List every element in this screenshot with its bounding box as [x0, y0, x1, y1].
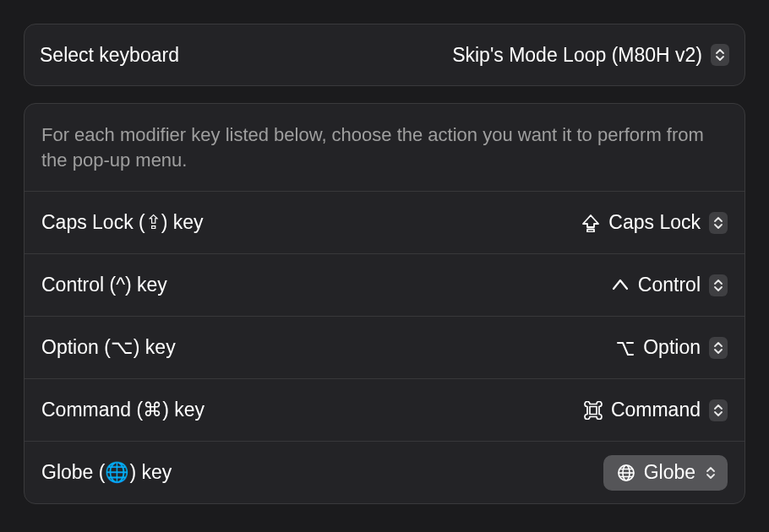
up-down-chevron-icon[interactable] — [709, 337, 728, 359]
modifier-row-control[interactable]: Control (^) keyControl — [25, 253, 744, 316]
modifier-row-globe[interactable]: Globe (🌐) keyGlobe — [25, 441, 744, 503]
modifier-row-option[interactable]: Option (⌥) keyOption — [25, 316, 744, 378]
up-down-chevron-icon[interactable] — [709, 274, 728, 296]
capslock-icon — [581, 214, 600, 232]
modifier-row-selected-pill[interactable]: Globe — [603, 455, 728, 491]
globe-icon — [617, 464, 635, 482]
up-down-chevron-icon[interactable] — [709, 212, 728, 234]
up-down-chevron-icon[interactable] — [704, 465, 717, 480]
modifier-row-label: Control (^) key — [41, 274, 167, 296]
up-down-chevron-icon[interactable] — [709, 399, 728, 421]
modifier-row-value: Control — [638, 274, 701, 296]
modifier-row-command[interactable]: Command (⌘) keyCommand — [25, 378, 744, 441]
control-icon — [611, 276, 630, 295]
select-keyboard-value: Skip's Mode Loop (M80H v2) — [452, 44, 702, 67]
modifier-row-value-group[interactable]: Command — [584, 399, 728, 421]
modifier-row-label: Command (⌘) key — [41, 399, 205, 421]
modifier-row-value: Command — [611, 399, 701, 421]
modifier-row-value: Caps Lock — [608, 211, 701, 234]
modifier-keys-card: For each modifier key listed below, choo… — [24, 103, 745, 504]
modifier-row-value-group[interactable]: Caps Lock — [581, 211, 728, 234]
modifier-row-label: Option (⌥) key — [41, 336, 176, 359]
modifier-row-label: Globe (🌐) key — [41, 461, 172, 484]
option-icon — [616, 339, 635, 357]
select-keyboard-row[interactable]: Select keyboard Skip's Mode Loop (M80H v… — [24, 24, 745, 86]
modifier-row-value-group[interactable]: Globe — [603, 455, 728, 491]
modifier-row-value: Option — [643, 336, 701, 359]
select-keyboard-label: Select keyboard — [40, 44, 179, 67]
modifier-row-value-group[interactable]: Option — [616, 336, 728, 359]
command-icon — [584, 401, 603, 420]
modifier-row-value-group[interactable]: Control — [611, 274, 728, 296]
modifier-row-value: Globe — [644, 461, 695, 484]
modifier-row-label: Caps Lock (⇪) key — [41, 211, 204, 234]
up-down-chevron-icon[interactable] — [711, 44, 729, 66]
modifier-row-capslock[interactable]: Caps Lock (⇪) keyCaps Lock — [25, 191, 744, 253]
description-text: For each modifier key listed below, choo… — [25, 104, 744, 191]
